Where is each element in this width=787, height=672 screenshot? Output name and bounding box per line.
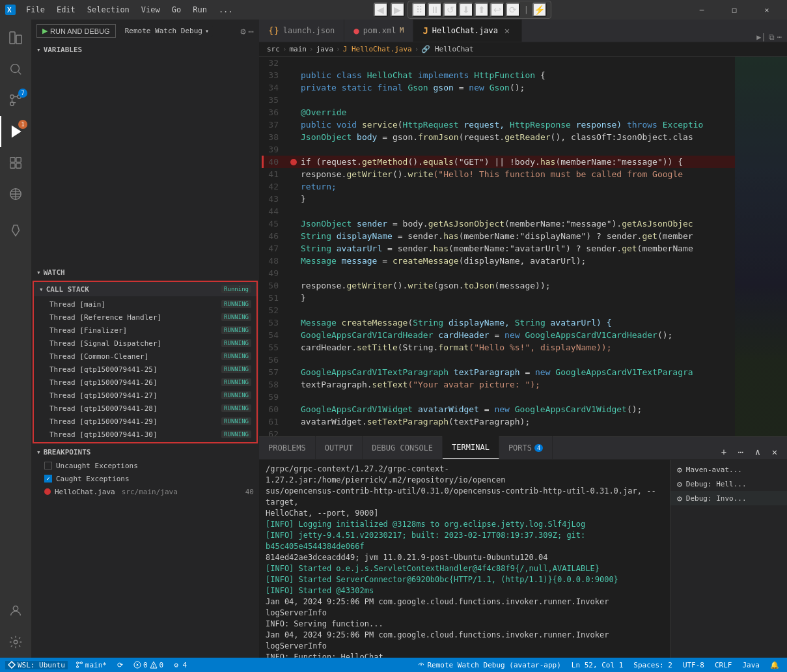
- menu-selection[interactable]: Selection: [82, 4, 135, 16]
- breadcrumb-main[interactable]: main: [290, 45, 307, 53]
- status-notifications[interactable]: 🔔: [767, 661, 782, 669]
- source-control-badge: 7: [18, 89, 27, 98]
- menu-go[interactable]: Go: [167, 4, 186, 16]
- hellochat-tab-close-icon[interactable]: ✕: [502, 25, 512, 36]
- status-remote-debug[interactable]: Remote Watch Debug (avatar-app): [415, 661, 563, 669]
- panel-close-icon[interactable]: ✕: [767, 445, 782, 459]
- code-main: 3233public class HelloChat implements Ht…: [259, 57, 787, 658]
- debug-nav-back[interactable]: ◀: [374, 3, 388, 17]
- status-spaces[interactable]: Spaces: 2: [631, 661, 675, 669]
- thread-item[interactable]: Thread [qtp1500079441-25] RUNNING: [34, 363, 256, 376]
- settings-gear-icon[interactable]: ⚙: [240, 26, 245, 36]
- status-language[interactable]: Java: [740, 661, 763, 669]
- activity-remote[interactable]: [0, 178, 31, 210]
- status-sync[interactable]: ⟳: [115, 661, 126, 669]
- svg-rect-10: [10, 158, 15, 162]
- breakpoint-uncaught[interactable]: Uncaught Exceptions: [31, 459, 259, 472]
- debug-step-over[interactable]: ↺: [443, 3, 458, 17]
- thread-item[interactable]: Thread [Signal Dispatcher] RUNNING: [34, 337, 256, 350]
- thread-item[interactable]: Thread [qtp1500079441-28] RUNNING: [34, 402, 256, 415]
- panel-tab-ports[interactable]: PORTS 4: [499, 436, 553, 459]
- panel-tab-problems[interactable]: PROBLEMS: [259, 436, 316, 459]
- debug-step-into[interactable]: ⬇: [459, 3, 473, 17]
- breadcrumb-file[interactable]: J HelloChat.java: [343, 45, 412, 53]
- status-tasks[interactable]: ⚙ 4: [171, 661, 189, 669]
- run-split-editor-icon[interactable]: ▶|: [756, 33, 766, 42]
- watch-header[interactable]: ▾ WATCH: [31, 265, 259, 279]
- debug-pause[interactable]: ⏸: [428, 3, 442, 17]
- panel-tab-debug-console[interactable]: DEBUG CONSOLE: [363, 436, 443, 459]
- thread-item[interactable]: Thread [qtp1500079441-27] RUNNING: [34, 389, 256, 402]
- menu-edit[interactable]: Edit: [51, 4, 81, 16]
- activity-explorer[interactable]: [0, 22, 31, 53]
- new-terminal-icon[interactable]: +: [717, 445, 731, 459]
- debug-hell-item[interactable]: ⚙ Debug: Hell...: [670, 477, 787, 491]
- debug-continue[interactable]: ⠿: [412, 3, 426, 17]
- thread-item[interactable]: Thread [main] RUNNING: [34, 298, 256, 311]
- panel-tab-terminal[interactable]: TERMINAL: [443, 436, 499, 459]
- debug-run-options[interactable]: ⚡: [532, 3, 547, 17]
- config-selector[interactable]: Remote Watch Debug ▾: [121, 25, 213, 37]
- caught-label: Caught Exceptions: [56, 475, 130, 483]
- breadcrumb-src[interactable]: src: [267, 45, 280, 53]
- panel-tab-output[interactable]: OUTPUT: [316, 436, 363, 459]
- status-encoding[interactable]: UTF-8: [680, 661, 707, 669]
- more-actions-icon[interactable]: ⋯: [249, 26, 254, 36]
- panel-tabs: PROBLEMS OUTPUT DEBUG CONSOLE TERMINAL P…: [259, 437, 787, 460]
- activity-test[interactable]: [0, 215, 31, 246]
- debug-nav-forward[interactable]: ▶: [391, 3, 405, 17]
- uncaught-checkbox[interactable]: [44, 462, 52, 469]
- thread-item[interactable]: Thread [Finalizer] RUNNING: [34, 324, 256, 337]
- debug-invo-item[interactable]: ⚙ Debug: Invo...: [670, 491, 787, 505]
- activity-source-control[interactable]: 7: [0, 85, 31, 116]
- terminal-output[interactable]: /grpc/grpc-context/1.27.2/grpc-context-1…: [259, 460, 670, 658]
- breakpoint-hellochat[interactable]: HelloChat.java src/main/java 40: [31, 485, 259, 498]
- debug-stop[interactable]: ⟳: [506, 3, 520, 17]
- remote-icon: [8, 661, 16, 669]
- code-editor[interactable]: 3233public class HelloChat implements Ht…: [259, 57, 735, 436]
- menu-view[interactable]: View: [136, 4, 165, 16]
- terminal-more-icon[interactable]: ⋯: [734, 445, 748, 459]
- status-line-col[interactable]: Ln 52, Col 1: [569, 661, 626, 669]
- breakpoint-caught[interactable]: ✓ Caught Exceptions: [31, 472, 259, 485]
- window-maximize[interactable]: □: [719, 0, 749, 20]
- menu-file[interactable]: File: [21, 4, 50, 16]
- code-line: 46 String displayName = sender.has(membe…: [262, 230, 735, 242]
- tab-pom-xml[interactable]: ● pom.xml M: [344, 20, 413, 42]
- activity-run-debug[interactable]: 1: [0, 116, 31, 147]
- activity-account[interactable]: [0, 595, 31, 626]
- status-branch[interactable]: main*: [73, 661, 109, 669]
- thread-item[interactable]: Thread [qtp1500079441-30] RUNNING: [34, 428, 256, 441]
- menu-run[interactable]: Run: [187, 4, 212, 16]
- thread-item[interactable]: Thread [qtp1500079441-26] RUNNING: [34, 376, 256, 389]
- breadcrumb-symbol[interactable]: 🔗 HelloChat: [421, 45, 473, 53]
- debug-restart[interactable]: ↩: [490, 3, 504, 17]
- maven-atat-item[interactable]: ⚙ Maven-avat...: [670, 462, 787, 477]
- run-and-debug-button[interactable]: ▶ RUN AND DEBUG: [36, 24, 116, 38]
- split-editor-icon[interactable]: ⧉: [769, 33, 775, 42]
- code-line: 37 public void service(HttpRequest reque…: [262, 119, 735, 131]
- menu-more[interactable]: ...: [214, 4, 238, 16]
- breadcrumb-java[interactable]: java: [316, 45, 334, 53]
- status-line-ending[interactable]: CRLF: [712, 661, 735, 669]
- debug-step-out[interactable]: ⬆: [475, 3, 489, 17]
- tab-hellochat-java[interactable]: J HelloChat.java ✕: [413, 20, 522, 42]
- activity-settings[interactable]: [0, 626, 31, 658]
- tab-launch-json[interactable]: {} launch.json: [259, 20, 344, 42]
- status-errors[interactable]: 0 0: [131, 661, 166, 669]
- thread-item[interactable]: Thread [Reference Handler] RUNNING: [34, 311, 256, 324]
- line-content: avatarWidget.setTextParagraph(textParagr…: [298, 415, 735, 428]
- variables-header[interactable]: ▾ VARIABLES: [31, 42, 259, 57]
- editor-more-actions-icon[interactable]: ⋯: [777, 33, 782, 42]
- thread-item[interactable]: Thread [qtp1500079441-29] RUNNING: [34, 415, 256, 428]
- window-close[interactable]: ✕: [752, 0, 782, 20]
- thread-item[interactable]: Thread [Common-Cleaner] RUNNING: [34, 350, 256, 363]
- status-remote[interactable]: WSL: Ubuntu: [5, 661, 68, 669]
- caught-checkbox[interactable]: ✓: [44, 475, 52, 483]
- breakpoints-header[interactable]: ▾ BREAKPOINTS: [31, 445, 259, 459]
- panel-collapse-icon[interactable]: ∧: [751, 445, 765, 459]
- activity-search[interactable]: [0, 53, 31, 85]
- window-minimize[interactable]: ─: [687, 0, 717, 20]
- callstack-header[interactable]: ▾ CALL STACK Running: [34, 282, 256, 296]
- activity-extensions[interactable]: [0, 147, 31, 178]
